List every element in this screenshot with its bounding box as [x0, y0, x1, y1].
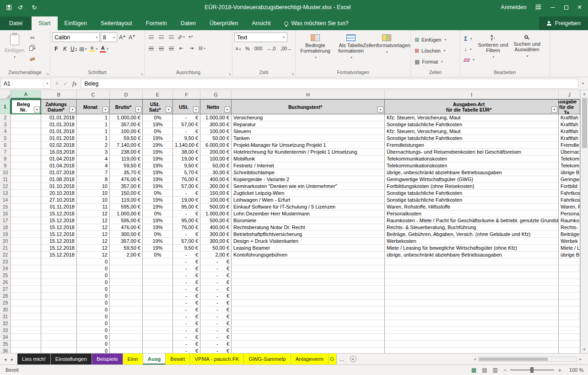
row-header-28[interactable]: 28	[0, 293, 11, 300]
cell-H36[interactable]	[232, 348, 385, 353]
cell-H24[interactable]	[232, 265, 385, 272]
cell-A20[interactable]	[11, 238, 41, 245]
cell-F35[interactable]: - €	[173, 341, 200, 348]
cell-G30[interactable]: - €	[200, 306, 232, 313]
cell-H9[interactable]: Festnetz / Internet	[232, 162, 385, 169]
cell-J2[interactable]: Kraftfah	[559, 114, 580, 121]
cell-J4[interactable]: Kraftfah	[559, 128, 580, 135]
sheet-tab-einstellungen[interactable]: Einstellungen	[51, 354, 92, 364]
page-break-view-icon[interactable]: ▥	[492, 367, 497, 373]
cell-E6[interactable]: 19%	[143, 142, 173, 149]
cell-B17[interactable]: 15.12.2018	[41, 217, 77, 224]
sheet-tab-g[interactable]: G	[329, 354, 337, 364]
name-box-dropdown-icon[interactable]: ▾	[43, 79, 50, 88]
cell-J32[interactable]	[559, 320, 580, 327]
merge-center-icon[interactable]: ⊟▾	[197, 44, 207, 53]
column-header-C[interactable]: C	[77, 90, 110, 99]
table-header-cell-D[interactable]: Brutto*▼	[110, 99, 143, 114]
cell-H32[interactable]	[232, 320, 385, 327]
cell-E10[interactable]: 19%	[143, 169, 173, 176]
cell-D33[interactable]	[110, 327, 143, 334]
cell-G32[interactable]: - €	[200, 320, 232, 327]
sheet-tab-bewirt[interactable]: Bewirt	[166, 354, 190, 364]
cell-D21[interactable]: 59,50 €	[110, 245, 143, 252]
cell-J31[interactable]	[559, 313, 580, 320]
cell-J14[interactable]: Fahrtkos	[559, 197, 580, 204]
expand-formula-bar-icon[interactable]: ▾	[578, 81, 588, 86]
cell-I9[interactable]: Telekommunikationskosten	[385, 162, 559, 169]
cell-A22[interactable]	[11, 252, 41, 258]
format-painter-button[interactable]	[27, 54, 38, 64]
cell-F18[interactable]: 76,00 €	[173, 224, 200, 231]
cell-A28[interactable]	[11, 293, 41, 300]
row-header-11[interactable]: 11	[0, 176, 11, 183]
tab-datei[interactable]: Datei	[0, 16, 32, 30]
cell-J28[interactable]	[559, 293, 580, 300]
cell-D15[interactable]: 595,00 €	[110, 204, 143, 210]
table-header-cell-H[interactable]: Buchungstext*▼	[232, 99, 385, 114]
cell-I25[interactable]	[385, 272, 559, 279]
cell-B31[interactable]	[41, 313, 77, 320]
minimize-icon[interactable]	[550, 7, 555, 8]
cell-H31[interactable]	[232, 313, 385, 320]
cell-E36[interactable]	[143, 348, 173, 353]
zoom-in-icon[interactable]: +	[558, 367, 561, 374]
cell-G9[interactable]: 50,00 €	[200, 162, 232, 169]
cell-C16[interactable]: 12	[77, 210, 110, 217]
cell-A31[interactable]	[11, 313, 41, 320]
row-header-4[interactable]: 4	[0, 128, 11, 135]
cell-H25[interactable]	[232, 272, 385, 279]
bold-button[interactable]: F	[52, 44, 60, 54]
select-all-corner[interactable]	[0, 90, 11, 99]
italic-button[interactable]: K	[61, 44, 69, 54]
cell-J26[interactable]	[559, 279, 580, 286]
row-header-27[interactable]: 27	[0, 286, 11, 293]
cell-B21[interactable]: 15.12.2018	[41, 245, 77, 252]
cell-J7[interactable]: Übernac	[559, 149, 580, 155]
percent-style-icon[interactable]: %	[244, 45, 251, 52]
tab-ansicht[interactable]: Ansicht	[245, 16, 278, 30]
wrap-text-icon[interactable]: ↩	[187, 32, 194, 41]
align-center-icon[interactable]	[156, 44, 166, 53]
table-header-cell-B[interactable]: ZahlungsDatum*▼	[41, 99, 77, 114]
cell-F22[interactable]: - €	[173, 252, 200, 258]
sign-in-link[interactable]: Anmelden	[501, 4, 526, 11]
cell-H19[interactable]: Betriebshaftpflichtversicherung	[232, 231, 385, 238]
insert-cells-button[interactable]: ⊞Einfügen▾	[413, 35, 448, 44]
cell-G18[interactable]: 400,00 €	[200, 224, 232, 231]
sheet-tab-vpma-pausch-fk[interactable]: VPMA - pausch.FK	[190, 354, 244, 364]
cell-B5[interactable]: 01.01.2018	[41, 135, 77, 142]
cell-H6[interactable]: Projekt-Manager für Umsetzung Projekt 1	[232, 142, 385, 149]
sheet-nav-left-icon[interactable]: ◂	[4, 357, 6, 362]
cell-H29[interactable]	[232, 300, 385, 306]
cell-I6[interactable]: Fremdleistungen	[385, 142, 559, 149]
cell-C5[interactable]: 1	[77, 135, 110, 142]
cell-C2[interactable]: 1	[77, 114, 110, 121]
cell-E4[interactable]: 0%	[143, 128, 173, 135]
cell-I4[interactable]: Kfz: Steuern, Versicherung, Maut	[385, 128, 559, 135]
cell-C6[interactable]: 2	[77, 142, 110, 149]
cell-H8[interactable]: Mobilfunk	[232, 155, 385, 162]
cell-B24[interactable]	[41, 265, 77, 272]
column-header-F[interactable]: F	[173, 90, 200, 99]
cell-H10[interactable]: Schreibtischlampe	[232, 169, 385, 176]
cell-B16[interactable]: 15.12.2018	[41, 210, 77, 217]
cell-B15[interactable]: 01.11.2018	[41, 204, 77, 210]
align-left-icon[interactable]	[146, 44, 156, 53]
name-box[interactable]: A1 ▾	[0, 79, 51, 89]
cell-E34[interactable]	[143, 334, 173, 341]
sort-filter-button[interactable]: AZ↓ Sortieren und Filtern▾	[476, 32, 510, 60]
redo-icon[interactable]: ↻▾	[32, 4, 39, 11]
cell-C27[interactable]: 0	[77, 286, 110, 293]
copy-button[interactable]: ▾	[27, 44, 38, 53]
cell-D23[interactable]	[110, 258, 143, 265]
cell-E17[interactable]: 19%	[143, 217, 173, 224]
row-header-9[interactable]: 9	[0, 162, 11, 169]
cell-D30[interactable]	[110, 306, 143, 313]
row-header-3[interactable]: 3	[0, 121, 11, 128]
cell-A3[interactable]	[11, 121, 41, 128]
cell-H34[interactable]	[232, 334, 385, 341]
cell-G19[interactable]: 300,00 €	[200, 231, 232, 238]
cell-F25[interactable]: - €	[173, 272, 200, 279]
maximize-icon[interactable]	[564, 5, 568, 10]
